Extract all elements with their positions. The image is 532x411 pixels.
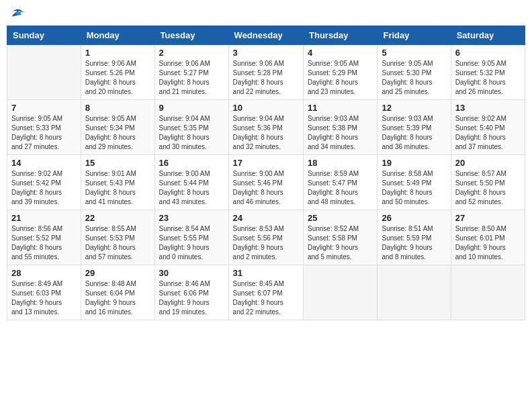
calendar-cell: 23Sunrise: 8:54 AMSunset: 5:55 PMDayligh… [154, 210, 228, 265]
day-number: 2 [159, 48, 224, 58]
calendar-cell: 11Sunrise: 9:03 AMSunset: 5:38 PMDayligh… [304, 100, 378, 155]
day-info: Sunrise: 8:52 AMSunset: 5:58 PMDaylight:… [308, 224, 373, 262]
calendar-cell: 9Sunrise: 9:04 AMSunset: 5:35 PMDaylight… [154, 100, 228, 155]
day-number: 24 [233, 213, 299, 223]
day-number: 31 [233, 268, 299, 278]
calendar-cell [451, 265, 525, 320]
day-number: 23 [159, 213, 224, 223]
calendar-cell: 1Sunrise: 9:06 AMSunset: 5:26 PMDaylight… [81, 45, 154, 100]
day-number: 17 [233, 158, 299, 168]
calendar-cell [7, 45, 81, 100]
day-info: Sunrise: 8:54 AMSunset: 5:55 PMDaylight:… [159, 224, 224, 262]
calendar-cell: 26Sunrise: 8:51 AMSunset: 5:59 PMDayligh… [378, 210, 451, 265]
calendar-cell [304, 265, 378, 320]
calendar-cell: 25Sunrise: 8:52 AMSunset: 5:58 PMDayligh… [304, 210, 378, 265]
day-info: Sunrise: 9:05 AMSunset: 5:32 PMDaylight:… [455, 59, 521, 97]
calendar-cell: 31Sunrise: 8:45 AMSunset: 6:07 PMDayligh… [228, 265, 303, 320]
page-header [7, 7, 525, 20]
day-number: 20 [455, 158, 521, 168]
calendar-cell: 27Sunrise: 8:50 AMSunset: 6:01 PMDayligh… [451, 210, 525, 265]
week-row-5: 28Sunrise: 8:49 AMSunset: 6:03 PMDayligh… [7, 265, 525, 320]
day-number: 3 [233, 48, 299, 58]
day-number: 13 [455, 103, 521, 113]
calendar-cell: 14Sunrise: 9:02 AMSunset: 5:42 PMDayligh… [7, 155, 81, 210]
calendar-cell: 3Sunrise: 9:06 AMSunset: 5:28 PMDaylight… [228, 45, 303, 100]
calendar-cell: 6Sunrise: 9:05 AMSunset: 5:32 PMDaylight… [451, 45, 525, 100]
day-info: Sunrise: 9:05 AMSunset: 5:30 PMDaylight:… [382, 59, 446, 97]
day-info: Sunrise: 9:06 AMSunset: 5:28 PMDaylight:… [233, 59, 299, 97]
day-info: Sunrise: 9:00 AMSunset: 5:44 PMDaylight:… [159, 169, 224, 207]
day-info: Sunrise: 9:02 AMSunset: 5:42 PMDaylight:… [11, 169, 77, 207]
day-info: Sunrise: 9:06 AMSunset: 5:27 PMDaylight:… [159, 59, 224, 97]
day-info: Sunrise: 8:48 AMSunset: 6:04 PMDaylight:… [85, 279, 150, 317]
calendar-cell: 30Sunrise: 8:46 AMSunset: 6:06 PMDayligh… [154, 265, 228, 320]
day-number: 14 [11, 158, 77, 168]
logo-bird-icon [11, 7, 27, 20]
day-info: Sunrise: 9:05 AMSunset: 5:34 PMDaylight:… [85, 114, 150, 152]
calendar-cell: 20Sunrise: 8:57 AMSunset: 5:50 PMDayligh… [451, 155, 525, 210]
day-header-saturday: Saturday [451, 26, 525, 45]
day-header-monday: Monday [81, 26, 154, 45]
day-number: 7 [11, 103, 77, 113]
day-info: Sunrise: 9:05 AMSunset: 5:29 PMDaylight:… [308, 59, 373, 97]
week-row-3: 14Sunrise: 9:02 AMSunset: 5:42 PMDayligh… [7, 155, 525, 210]
day-number: 16 [159, 158, 224, 168]
day-number: 29 [85, 268, 150, 278]
day-info: Sunrise: 8:55 AMSunset: 5:53 PMDaylight:… [85, 224, 150, 262]
calendar-cell: 29Sunrise: 8:48 AMSunset: 6:04 PMDayligh… [81, 265, 154, 320]
day-info: Sunrise: 9:03 AMSunset: 5:39 PMDaylight:… [382, 114, 446, 152]
day-number: 26 [382, 213, 446, 223]
calendar-cell: 7Sunrise: 9:05 AMSunset: 5:33 PMDaylight… [7, 100, 81, 155]
calendar-cell: 19Sunrise: 8:58 AMSunset: 5:49 PMDayligh… [378, 155, 451, 210]
calendar-cell: 10Sunrise: 9:04 AMSunset: 5:36 PMDayligh… [228, 100, 303, 155]
day-number: 18 [308, 158, 373, 168]
calendar-cell: 8Sunrise: 9:05 AMSunset: 5:34 PMDaylight… [81, 100, 154, 155]
calendar-cell: 4Sunrise: 9:05 AMSunset: 5:29 PMDaylight… [304, 45, 378, 100]
day-header-wednesday: Wednesday [228, 26, 303, 45]
days-of-week-row: SundayMondayTuesdayWednesdayThursdayFrid… [7, 26, 525, 45]
day-header-thursday: Thursday [304, 26, 378, 45]
calendar-cell: 28Sunrise: 8:49 AMSunset: 6:03 PMDayligh… [7, 265, 81, 320]
day-number: 28 [11, 268, 77, 278]
calendar-cell: 12Sunrise: 9:03 AMSunset: 5:39 PMDayligh… [378, 100, 451, 155]
logo [9, 7, 27, 20]
day-info: Sunrise: 9:06 AMSunset: 5:26 PMDaylight:… [85, 59, 150, 97]
day-number: 15 [85, 158, 150, 168]
day-number: 10 [233, 103, 299, 113]
day-info: Sunrise: 9:02 AMSunset: 5:40 PMDaylight:… [455, 114, 521, 152]
day-number: 19 [382, 158, 446, 168]
calendar-cell: 16Sunrise: 9:00 AMSunset: 5:44 PMDayligh… [154, 155, 228, 210]
calendar-cell: 13Sunrise: 9:02 AMSunset: 5:40 PMDayligh… [451, 100, 525, 155]
week-row-1: 1Sunrise: 9:06 AMSunset: 5:26 PMDaylight… [7, 45, 525, 100]
day-number: 27 [455, 213, 521, 223]
calendar-cell: 24Sunrise: 8:53 AMSunset: 5:56 PMDayligh… [228, 210, 303, 265]
day-number: 5 [382, 48, 446, 58]
day-info: Sunrise: 9:04 AMSunset: 5:36 PMDaylight:… [233, 114, 299, 152]
day-number: 30 [159, 268, 224, 278]
day-info: Sunrise: 8:58 AMSunset: 5:49 PMDaylight:… [382, 169, 446, 207]
day-number: 6 [455, 48, 521, 58]
day-info: Sunrise: 9:01 AMSunset: 5:43 PMDaylight:… [85, 169, 150, 207]
day-header-tuesday: Tuesday [154, 26, 228, 45]
day-info: Sunrise: 8:53 AMSunset: 5:56 PMDaylight:… [233, 224, 299, 262]
calendar-cell: 17Sunrise: 9:00 AMSunset: 5:46 PMDayligh… [228, 155, 303, 210]
week-row-4: 21Sunrise: 8:56 AMSunset: 5:52 PMDayligh… [7, 210, 525, 265]
day-info: Sunrise: 9:00 AMSunset: 5:46 PMDaylight:… [233, 169, 299, 207]
calendar-cell: 15Sunrise: 9:01 AMSunset: 5:43 PMDayligh… [81, 155, 154, 210]
calendar-cell: 21Sunrise: 8:56 AMSunset: 5:52 PMDayligh… [7, 210, 81, 265]
day-info: Sunrise: 9:05 AMSunset: 5:33 PMDaylight:… [11, 114, 77, 152]
day-info: Sunrise: 8:45 AMSunset: 6:07 PMDaylight:… [233, 279, 299, 317]
day-number: 12 [382, 103, 446, 113]
day-number: 1 [85, 48, 150, 58]
calendar-cell [378, 265, 451, 320]
day-info: Sunrise: 8:59 AMSunset: 5:47 PMDaylight:… [308, 169, 373, 207]
calendar-cell: 5Sunrise: 9:05 AMSunset: 5:30 PMDaylight… [378, 45, 451, 100]
day-header-friday: Friday [378, 26, 451, 45]
day-number: 25 [308, 213, 373, 223]
week-row-2: 7Sunrise: 9:05 AMSunset: 5:33 PMDaylight… [7, 100, 525, 155]
day-number: 8 [85, 103, 150, 113]
calendar-cell: 18Sunrise: 8:59 AMSunset: 5:47 PMDayligh… [304, 155, 378, 210]
calendar-body: 1Sunrise: 9:06 AMSunset: 5:26 PMDaylight… [7, 45, 525, 320]
calendar-cell: 22Sunrise: 8:55 AMSunset: 5:53 PMDayligh… [81, 210, 154, 265]
day-info: Sunrise: 9:04 AMSunset: 5:35 PMDaylight:… [159, 114, 224, 152]
